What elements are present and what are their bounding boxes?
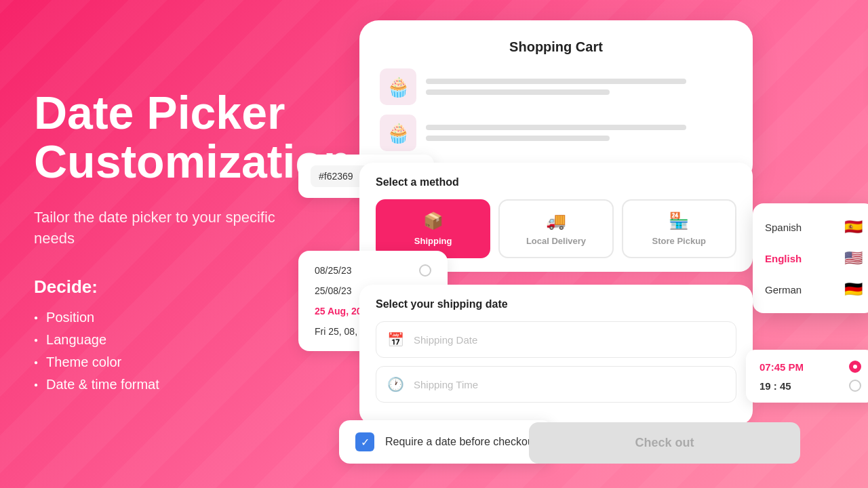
radio-1[interactable]	[419, 264, 431, 277]
method-btn-shipping[interactable]: 📦 Shipping	[376, 199, 490, 258]
require-date-checkbox[interactable]: ✓	[355, 432, 374, 451]
format-option-1[interactable]: 08/25/23	[315, 264, 431, 277]
time-text-1: 07:45 PM	[760, 361, 804, 373]
cart-line	[426, 136, 610, 141]
cart-item-lines	[426, 79, 732, 95]
lang-flag-spanish: 🇪🇸	[844, 218, 863, 236]
method-label: Select a method	[376, 176, 736, 188]
cart-item: 🧁	[380, 68, 732, 105]
cart-items: 🧁 🧁	[380, 68, 732, 151]
shipping-icon: 📦	[423, 211, 443, 230]
format-text-2: 25/08/23	[315, 285, 352, 296]
clock-icon: 🕐	[387, 376, 404, 392]
time-radio-1[interactable]	[849, 361, 861, 373]
shipping-time-input[interactable]: 🕐 Shipping Time	[376, 366, 736, 403]
require-date-card[interactable]: ✓ Require a date before checkout	[339, 420, 553, 464]
require-date-text: Require a date before checkout	[385, 436, 536, 448]
format-text-1: 08/25/23	[315, 265, 352, 276]
shipping-section-label: Select your shipping date	[376, 298, 736, 310]
cart-item-image: 🧁	[380, 115, 416, 151]
bullet-position: Position	[34, 310, 305, 325]
shipping-date-placeholder: Shipping Date	[414, 334, 477, 346]
pickup-icon: 🏪	[669, 211, 689, 230]
method-btn-local-delivery[interactable]: 🚚 Local Delivery	[498, 199, 613, 258]
method-name-delivery: Local Delivery	[526, 236, 586, 246]
delivery-icon: 🚚	[546, 211, 566, 230]
checkout-button[interactable]: Check out	[529, 422, 800, 464]
cart-line	[426, 125, 686, 130]
time-opt-1[interactable]: 07:45 PM	[760, 361, 861, 373]
time-options-card: 07:45 PM 19 : 45	[746, 350, 868, 403]
right-panel: Shopping Cart 🧁 🧁 Product page	[305, 0, 868, 488]
lang-name-english: English	[765, 253, 802, 264]
subtitle: Tailor the date picker to your specific …	[34, 207, 305, 249]
method-name-shipping: Shipping	[414, 236, 452, 246]
method-name-pickup: Store Pickup	[652, 236, 706, 246]
time-text-2: 19 : 45	[760, 380, 791, 392]
lang-item-spanish[interactable]: Spanish 🇪🇸	[753, 211, 868, 243]
method-btn-store-pickup[interactable]: 🏪 Store Pickup	[622, 199, 736, 258]
shipping-date-input[interactable]: 📅 Shipping Date	[376, 321, 736, 358]
bullet-date-format: Date & time format	[34, 377, 305, 392]
time-radio-2[interactable]	[849, 380, 861, 392]
bullet-language: Language	[34, 332, 305, 348]
bullet-theme-color: Theme color	[34, 354, 305, 370]
lang-item-english[interactable]: English 🇺🇸	[753, 243, 868, 274]
time-opt-2[interactable]: 19 : 45	[760, 380, 861, 392]
lang-flag-english: 🇺🇸	[844, 249, 863, 267]
main-title: Date Picker Customization	[34, 89, 305, 186]
cart-title: Shopping Cart	[380, 39, 732, 55]
lang-item-german[interactable]: German 🇩🇪	[753, 274, 868, 305]
shipping-section: Select your shipping date 📅 Shipping Dat…	[359, 285, 753, 424]
lang-name-spanish: Spanish	[765, 222, 802, 233]
cart-item-image: 🧁	[380, 68, 416, 105]
shipping-time-placeholder: Shipping Time	[414, 379, 478, 390]
method-buttons: 📦 Shipping 🚚 Local Delivery 🏪 Store Pick…	[376, 199, 736, 258]
decide-label: Decide:	[34, 277, 305, 298]
cart-line	[426, 79, 686, 84]
cart-line	[426, 89, 610, 95]
cart-item: 🧁	[380, 115, 732, 151]
language-dropdown: Spanish 🇪🇸 English 🇺🇸 German 🇩🇪	[753, 203, 868, 313]
cart-item-lines	[426, 125, 732, 141]
lang-name-german: German	[765, 284, 802, 296]
calendar-icon: 📅	[387, 331, 404, 348]
bullet-list: Position Language Theme color Date & tim…	[34, 310, 305, 399]
lang-flag-german: 🇩🇪	[844, 281, 863, 298]
left-panel: Date Picker Customization Tailor the dat…	[0, 0, 339, 488]
